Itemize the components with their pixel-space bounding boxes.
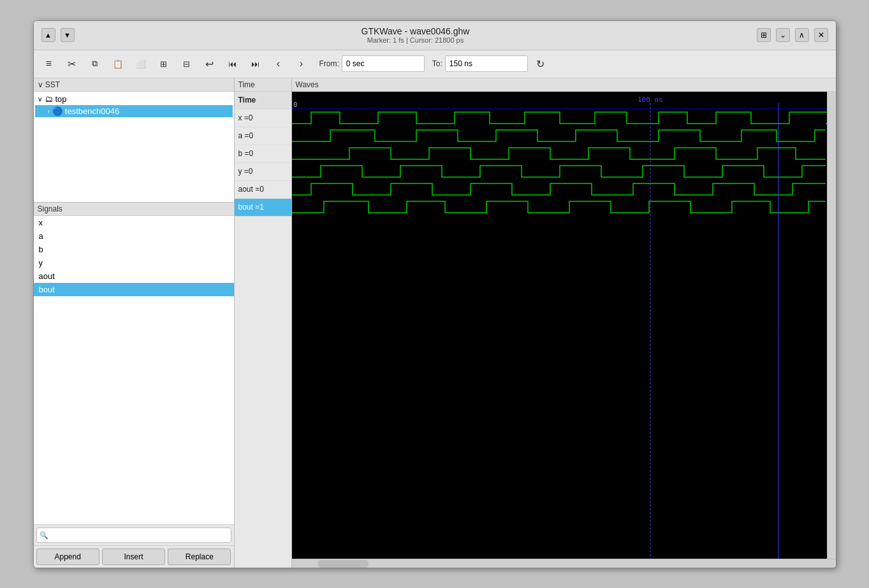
wave-bottom-scrollbar[interactable] [292,559,836,568]
titlebar: ▲ ▼ GTKWave - wave0046.ghw Marker: 1 fs … [34,21,836,50]
from-label: From: [319,59,339,68]
signal-x[interactable]: x [34,216,234,229]
sst-header: ∨ SST [34,78,234,92]
signals-labels-panel: Time Time x =0 a =0 b =0 y =0 [235,78,292,568]
down-arrow-button[interactable]: ▼ [61,28,75,42]
close-button[interactable]: ✕ [814,28,828,42]
up-arrow-icon: ▲ [45,31,52,39]
cut-button[interactable]: ✂ [62,54,82,73]
copy-icon: ⧉ [92,59,98,69]
close-icon: ✕ [818,31,824,39]
paste-button[interactable]: 📋 [108,54,128,73]
tree-label-testbench: testbench0046 [65,106,119,116]
replace-button[interactable]: Replace [168,549,231,565]
menu-button[interactable]: ≡ [39,54,59,73]
wave-canvas-wrapper[interactable] [292,92,827,559]
wave-label-a[interactable]: a =0 [235,127,291,145]
signals-list: x a b y aout bout [34,216,234,524]
paste-icon: 📋 [113,59,123,69]
tree-arrow-testbench: › [48,108,50,115]
titlebar-left-controls: ▲ ▼ [41,28,75,42]
menu-icon: ≡ [46,58,52,69]
next-button[interactable]: › [291,54,312,73]
wave-header: Waves [292,78,836,92]
waveform-canvas[interactable] [292,92,827,559]
copy-button[interactable]: ⧉ [85,54,105,73]
from-input[interactable] [342,55,425,72]
next-icon: › [300,58,303,69]
refresh-button[interactable]: ↻ [530,54,551,73]
wave-content [292,92,836,559]
wave-area: Waves [292,78,836,568]
wave-label-time: Time [235,92,291,110]
wave-right-scrollbar[interactable] [827,92,836,559]
tree-label-top: top [55,94,67,104]
window-title: GTKWave - wave0046.ghw [75,26,757,36]
wave-label-aout[interactable]: aout =0 [235,181,291,199]
sst-chevron: ∨ [38,80,45,89]
minimize-icon: ⌄ [780,31,786,39]
signals-labels-header: Time [235,78,291,92]
append-button[interactable]: Append [36,549,99,565]
tree-chevron-top: ∨ [38,96,42,103]
to-label: To: [432,59,442,68]
main-content: ∨ SST ∨ 🗂 top › 🔵 testbench00 [34,78,836,568]
tree-item-testbench[interactable]: › 🔵 testbench0046 [35,105,233,117]
search-wrapper: 🔍 [36,527,231,543]
signals-header: Signals [34,203,234,216]
refresh-icon: ↻ [536,58,544,70]
insert-button[interactable]: Insert [102,549,165,565]
select-icon: ⬜ [136,59,146,69]
first-button[interactable]: ⏮ [223,54,243,73]
sst-section: ∨ SST ∨ 🗂 top › 🔵 testbench00 [34,78,234,203]
maximize-icon: ⊞ [761,31,767,39]
prev-icon: ‹ [277,58,280,69]
restore-icon: ∧ [799,31,805,39]
wave-labels-list: Time x =0 a =0 b =0 y =0 aout =0 [235,92,291,568]
undo-icon: ↩ [205,58,214,70]
tree-item-top[interactable]: ∨ 🗂 top [35,93,233,105]
wave-label-bout[interactable]: bout =1 [235,199,291,217]
prev-button[interactable]: ‹ [268,54,289,73]
last-icon: ⏭ [251,59,259,69]
signals-section: Signals x a b y aout bout 🔍 Append [34,203,234,568]
maximize-button[interactable]: ⊞ [757,28,771,42]
zoom-fit-icon: ⊞ [160,59,167,69]
zoom-fit-button[interactable]: ⊞ [154,54,174,73]
first-icon: ⏮ [228,59,237,69]
sst-label: SST [45,80,60,89]
tree-icon-top: 🗂 [45,94,53,104]
bottom-buttons: Append Insert Replace [34,545,234,568]
up-arrow-button[interactable]: ▲ [41,28,55,42]
window-subtitle: Marker: 1 fs | Cursor: 21800 ps [75,36,757,44]
search-icon: 🔍 [40,531,48,539]
to-input[interactable] [445,55,528,72]
search-input[interactable] [36,527,231,543]
toolbar: ≡ ✂ ⧉ 📋 ⬜ ⊞ ⊟ ↩ ⏮ ⏭ ‹ › [34,50,836,78]
search-bar: 🔍 [34,524,234,545]
restore-button[interactable]: ∧ [795,28,809,42]
signal-y[interactable]: y [34,256,234,269]
last-button[interactable]: ⏭ [245,54,266,73]
titlebar-right-controls: ⊞ ⌄ ∧ ✕ [757,28,828,42]
signal-aout[interactable]: aout [34,269,234,283]
select-button[interactable]: ⬜ [131,54,151,73]
cut-icon: ✂ [68,58,76,70]
undo-button[interactable]: ↩ [200,54,220,73]
main-window: ▲ ▼ GTKWave - wave0046.ghw Marker: 1 fs … [33,20,836,568]
minimize-button[interactable]: ⌄ [776,28,790,42]
left-panel: ∨ SST ∨ 🗂 top › 🔵 testbench00 [34,78,235,568]
tree-icon-testbench: 🔵 [52,106,62,116]
wave-label-x[interactable]: x =0 [235,110,291,127]
wave-label-b[interactable]: b =0 [235,145,291,163]
zoom-out-button[interactable]: ⊟ [177,54,197,73]
sst-tree: ∨ 🗂 top › 🔵 testbench0046 [34,92,234,202]
titlebar-center: GTKWave - wave0046.ghw Marker: 1 fs | Cu… [75,26,757,44]
zoom-out-icon: ⊟ [183,59,190,69]
signals-label-text: Time [238,80,255,89]
signal-b[interactable]: b [34,243,234,256]
down-arrow-icon: ▼ [64,31,71,39]
signal-bout[interactable]: bout [34,283,234,296]
signal-a[interactable]: a [34,229,234,243]
wave-label-y[interactable]: y =0 [235,163,291,181]
